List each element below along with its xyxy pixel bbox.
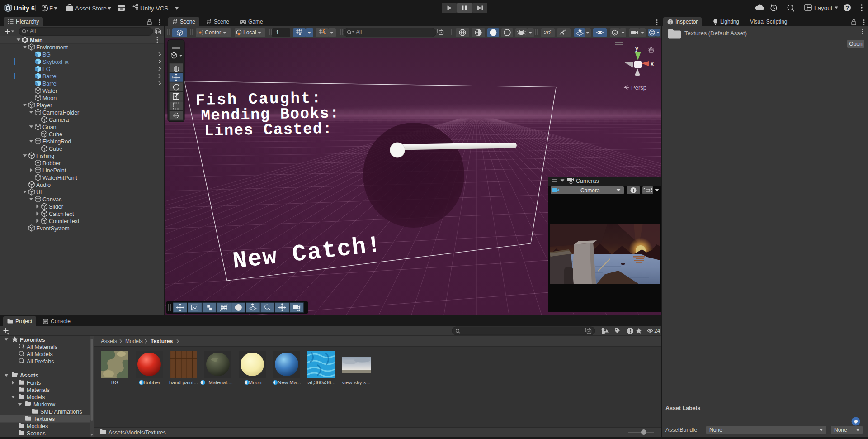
svg-text:All Prefabs: All Prefabs xyxy=(27,358,54,365)
svg-text:Favorites: Favorites xyxy=(20,337,45,343)
svg-text:Scenes: Scenes xyxy=(27,430,46,437)
svg-text:Main: Main xyxy=(30,37,42,43)
svg-text:Audio: Audio xyxy=(36,182,51,188)
svg-text:raf,360x36...: raf,360x36... xyxy=(307,380,335,385)
svg-text:Barrel: Barrel xyxy=(42,73,57,80)
svg-text:Cube: Cube xyxy=(49,146,62,152)
svg-text:Persp: Persp xyxy=(631,84,646,91)
svg-text:Center: Center xyxy=(205,29,221,36)
svg-text:CameraHolder: CameraHolder xyxy=(42,110,79,116)
svg-text:Assets: Assets xyxy=(20,372,38,379)
svg-text:Barrel: Barrel xyxy=(42,81,57,87)
svg-text:UI: UI xyxy=(36,189,42,196)
svg-text:Unity VCS: Unity VCS xyxy=(140,5,168,12)
svg-text:Environment: Environment xyxy=(36,44,68,51)
svg-text:Lines Casted:: Lines Casted: xyxy=(204,120,333,140)
svg-text:Models: Models xyxy=(27,394,45,401)
svg-text:Textures (Default Asset): Textures (Default Asset) xyxy=(684,30,747,37)
svg-text:BG: BG xyxy=(111,380,119,385)
svg-text:Assets: Assets xyxy=(101,338,117,344)
svg-text:New Ma...: New Ma... xyxy=(278,380,301,385)
svg-text:All Materials: All Materials xyxy=(27,344,57,350)
svg-text:Camera: Camera xyxy=(49,117,69,123)
svg-text:Slider: Slider xyxy=(49,204,63,210)
svg-text:Asset Labels: Asset Labels xyxy=(665,405,700,411)
svg-text:Material....: Material.... xyxy=(208,380,233,385)
svg-text:Models: Models xyxy=(125,338,143,344)
svg-text:CatchText: CatchText xyxy=(49,211,74,217)
svg-text:Camera: Camera xyxy=(580,187,600,194)
svg-text:Player: Player xyxy=(36,102,52,109)
svg-text:Modules: Modules xyxy=(27,423,48,429)
svg-text:1: 1 xyxy=(276,29,279,36)
svg-text:Fishing: Fishing xyxy=(36,153,54,159)
svg-text:Open: Open xyxy=(849,41,862,47)
svg-text:view-sky-s...: view-sky-s... xyxy=(342,380,370,385)
svg-text:None: None xyxy=(709,427,722,433)
svg-text:Bobber: Bobber xyxy=(143,380,160,385)
svg-text:Moon: Moon xyxy=(42,95,57,101)
svg-text:EventSystem: EventSystem xyxy=(36,225,70,232)
svg-text:y: y xyxy=(635,45,638,52)
svg-text:Bobber: Bobber xyxy=(42,160,61,167)
svg-text:Unity 6: Unity 6 xyxy=(14,5,35,12)
svg-text:Textures: Textures xyxy=(33,416,55,422)
svg-text:Layout: Layout xyxy=(814,5,833,11)
svg-text:F: F xyxy=(49,5,53,12)
svg-text:Cameras: Cameras xyxy=(576,178,599,184)
svg-text:Textures: Textures xyxy=(151,338,173,344)
svg-text:FishingRod: FishingRod xyxy=(42,138,71,145)
svg-text:Murkrow: Murkrow xyxy=(33,401,56,408)
svg-text:FG: FG xyxy=(42,66,50,72)
svg-text:BG: BG xyxy=(42,52,51,58)
svg-text:Canvas: Canvas xyxy=(42,196,61,203)
svg-text:Fonts: Fonts xyxy=(27,380,41,386)
svg-text:Cube: Cube xyxy=(49,131,62,138)
svg-text:Water: Water xyxy=(42,88,57,94)
svg-text:Assets/Models/Textures: Assets/Models/Textures xyxy=(108,429,166,436)
svg-text:CounterText: CounterText xyxy=(49,218,80,224)
svg-text:Grian: Grian xyxy=(42,124,57,130)
svg-text:SMD Animations: SMD Animations xyxy=(40,409,82,415)
svg-text:WaterHitPoint: WaterHitPoint xyxy=(42,175,77,181)
svg-text:AssetBundle: AssetBundle xyxy=(665,427,697,433)
svg-text:All: All xyxy=(356,29,362,35)
svg-text:?: ? xyxy=(845,5,849,11)
svg-text:Asset Store: Asset Store xyxy=(75,5,107,12)
svg-text:All: All xyxy=(30,28,36,34)
svg-text:All Models: All Models xyxy=(27,351,53,358)
svg-text:24: 24 xyxy=(654,328,660,334)
svg-text:SkyboxFix: SkyboxFix xyxy=(42,59,69,65)
svg-text:Moon: Moon xyxy=(249,380,262,385)
svg-text:Local: Local xyxy=(243,29,256,36)
svg-text:LinePoint: LinePoint xyxy=(42,167,66,174)
svg-text:x: x xyxy=(651,61,654,67)
svg-text:Materials: Materials xyxy=(27,387,50,393)
svg-text:None: None xyxy=(834,427,847,433)
svg-text:hand-paint...: hand-paint... xyxy=(169,380,198,385)
